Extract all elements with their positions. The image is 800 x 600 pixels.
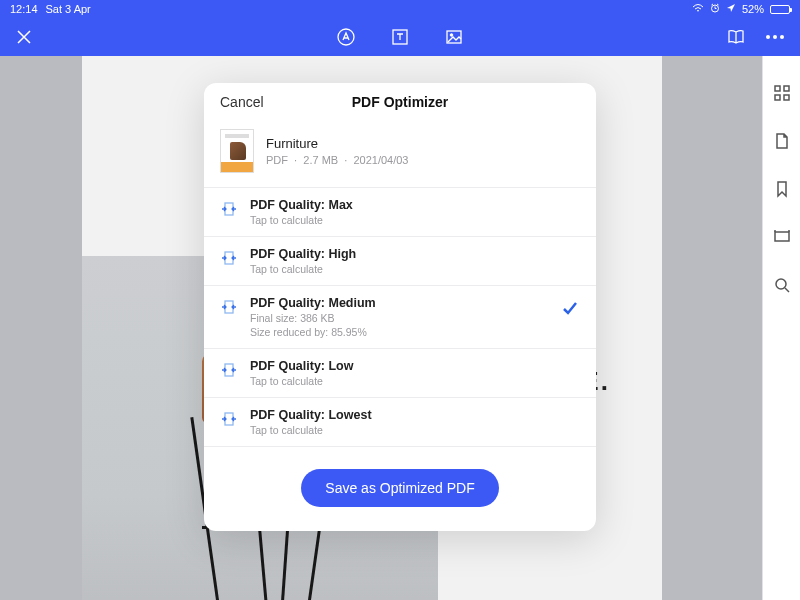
status-time: 12:14 — [10, 3, 38, 15]
quality-option-high[interactable]: PDF Quality: High Tap to calculate — [204, 237, 596, 286]
option-title: PDF Quality: Medium — [250, 296, 376, 310]
svg-rect-9 — [775, 232, 789, 241]
annotate-icon[interactable] — [336, 27, 356, 47]
thumbnails-icon[interactable] — [773, 84, 791, 102]
checkmark-icon — [562, 300, 578, 316]
image-tool-icon[interactable] — [444, 27, 464, 47]
cancel-button[interactable]: Cancel — [220, 94, 264, 110]
quality-option-lowest[interactable]: PDF Quality: Lowest Tap to calculate — [204, 398, 596, 447]
save-optimized-button[interactable]: Save as Optimized PDF — [301, 469, 498, 507]
option-title: PDF Quality: Low — [250, 359, 353, 373]
svg-point-10 — [776, 279, 786, 289]
battery-percent: 52% — [742, 3, 764, 15]
option-title: PDF Quality: Max — [250, 198, 353, 212]
option-title: PDF Quality: Lowest — [250, 408, 372, 422]
alarm-icon — [710, 3, 720, 15]
wifi-icon — [692, 3, 704, 15]
quality-option-max[interactable]: PDF Quality: Max Tap to calculate — [204, 188, 596, 237]
nav-bar — [0, 18, 800, 56]
option-subtitle: Final size: 386 KB — [250, 312, 376, 324]
option-subtitle: Tap to calculate — [250, 263, 356, 275]
pdf-optimizer-dialog: Cancel PDF Optimizer Furniture PDF · 2.7… — [204, 83, 596, 531]
quality-option-low[interactable]: PDF Quality: Low Tap to calculate — [204, 349, 596, 398]
svg-rect-8 — [784, 95, 789, 100]
file-icon[interactable] — [773, 132, 791, 150]
close-button[interactable] — [16, 29, 32, 45]
battery-icon — [770, 5, 790, 14]
option-subtitle: Tap to calculate — [250, 214, 353, 226]
file-name: Furniture — [266, 136, 408, 151]
location-icon — [726, 3, 736, 15]
file-info-row: Furniture PDF · 2.7 MB · 2021/04/03 — [204, 121, 596, 187]
option-title: PDF Quality: High — [250, 247, 356, 261]
right-sidebar — [762, 56, 800, 600]
svg-point-4 — [450, 34, 453, 37]
compress-icon — [220, 249, 238, 267]
option-subtitle: Tap to calculate — [250, 375, 353, 387]
compress-icon — [220, 410, 238, 428]
svg-rect-5 — [775, 86, 780, 91]
svg-rect-7 — [775, 95, 780, 100]
status-date: Sat 3 Apr — [46, 3, 91, 15]
compress-icon — [220, 298, 238, 316]
bookmark-icon[interactable] — [773, 180, 791, 198]
book-icon[interactable] — [726, 27, 746, 47]
status-bar: 12:14 Sat 3 Apr 52% — [0, 0, 800, 18]
dialog-title: PDF Optimizer — [352, 94, 448, 110]
compress-icon — [220, 361, 238, 379]
quality-option-medium[interactable]: PDF Quality: Medium Final size: 386 KB S… — [204, 286, 596, 349]
option-subtitle: Tap to calculate — [250, 424, 372, 436]
more-menu-icon[interactable] — [766, 35, 784, 39]
search-icon[interactable] — [773, 276, 791, 294]
text-tool-icon[interactable] — [390, 27, 410, 47]
presentation-icon[interactable] — [773, 228, 791, 246]
file-thumbnail — [220, 129, 254, 173]
svg-rect-6 — [784, 86, 789, 91]
compress-icon — [220, 200, 238, 218]
option-subtitle-2: Size reduced by: 85.95% — [250, 326, 376, 338]
file-meta: PDF · 2.7 MB · 2021/04/03 — [266, 154, 408, 166]
quality-options-list: PDF Quality: Max Tap to calculate PDF Qu… — [204, 187, 596, 447]
